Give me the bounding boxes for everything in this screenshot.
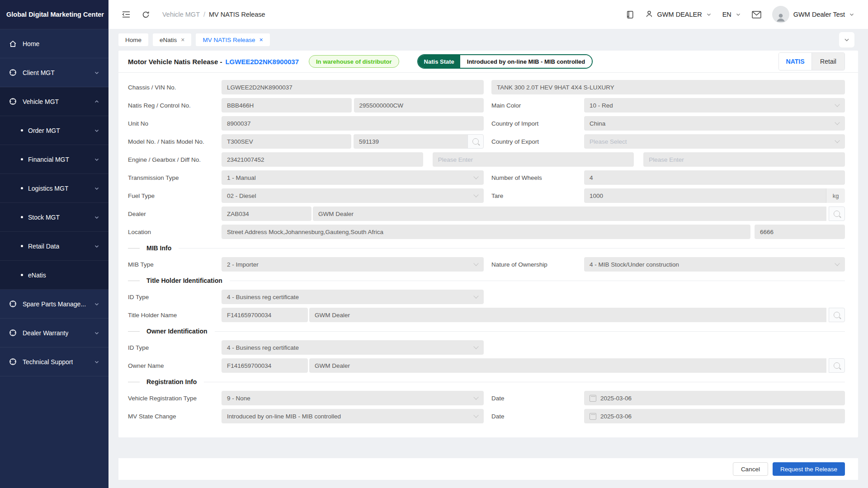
nature-of-ownership-select[interactable]: 4 - MIB Stock/Under construction — [584, 257, 845, 272]
app-title: Global Digital Marketing Center — [0, 0, 108, 29]
dealer-code-input[interactable]: ZAB034 — [222, 206, 311, 221]
search-icon — [834, 211, 840, 217]
number-of-wheels-input[interactable]: 4 — [584, 170, 845, 185]
sidebar-item-enatis[interactable]: eNatis — [0, 261, 108, 290]
tare-input[interactable]: 1000 — [584, 188, 826, 203]
fuel-type-select[interactable]: 02 - Diesel — [222, 188, 484, 203]
registration-date-input[interactable]: 2025-03-06 — [584, 391, 845, 405]
title-holder-id-input[interactable]: F141659700034 — [222, 308, 308, 322]
country-of-export-select[interactable]: Please Select — [584, 134, 845, 149]
field-label: Nature of Ownership — [491, 261, 584, 268]
natis-reg-input[interactable]: BBB466H — [222, 98, 352, 113]
chevron-down-icon — [94, 128, 99, 133]
tab-enatis[interactable]: eNatis × — [153, 33, 191, 46]
sidebar-item-logistics-mgt[interactable]: Logistics MGT — [0, 174, 108, 203]
collapse-panel-button[interactable] — [839, 32, 854, 47]
sidebar-item-vehicle-mgt[interactable]: Vehicle MGT — [0, 87, 108, 116]
refresh-icon[interactable] — [142, 11, 150, 19]
dealer-search-button[interactable] — [829, 206, 845, 221]
mail-icon[interactable] — [752, 11, 761, 19]
field-label: Unit No — [128, 120, 222, 127]
model-search-button[interactable] — [467, 134, 484, 149]
mib-type-select[interactable]: 2 - Importer — [222, 257, 484, 272]
field-label: MIB Type — [128, 261, 222, 268]
form-row-chassis: Chassis / VIN No. LGWEE2D2NK8900037 TANK… — [128, 78, 845, 96]
sidebar-item-stock-mgt[interactable]: Stock MGT — [0, 203, 108, 232]
title-holder-name-input[interactable]: GWM Dealer — [309, 308, 826, 322]
sidebar-item-technical-support[interactable]: Technical Support — [0, 347, 108, 376]
sidebar-item-dealer-warranty[interactable]: Dealer Warranty — [0, 319, 108, 347]
owner-name-input[interactable]: GWM Dealer — [309, 358, 826, 373]
control-no-input[interactable]: 2955000000CW — [354, 98, 484, 113]
main-color-select[interactable]: 10 - Red — [584, 98, 845, 113]
avatar — [772, 6, 789, 23]
owner-id-type-select[interactable]: 4 - Business reg certificate — [222, 340, 484, 355]
owner-search-button[interactable] — [829, 358, 845, 373]
transmission-type-select[interactable]: 1 - Manual — [222, 170, 484, 185]
tab-natis[interactable]: NATIS — [779, 53, 812, 70]
dealer-org-label: GWM DEALER — [657, 11, 702, 18]
form-row-mv-state: MV State Change Introduced by on-line MI… — [128, 407, 845, 425]
page-title-vin[interactable]: LGWEE2D2NK8900037 — [225, 58, 299, 66]
dealer-org-selector[interactable]: GWM DEALER — [645, 10, 712, 19]
tab-label: MV NATIS Release — [203, 37, 255, 43]
sidebar-item-financial-mgt[interactable]: Financial MGT — [0, 145, 108, 174]
manual-book-icon[interactable] — [626, 10, 634, 19]
field-label: Chassis / VIN No. — [128, 84, 222, 91]
language-label: EN — [722, 11, 731, 18]
search-icon — [834, 362, 840, 369]
tab-retail[interactable]: Retail — [812, 53, 844, 70]
sidebar-item-retail-data[interactable]: Retail Data — [0, 232, 108, 261]
form-row-dealer: Dealer ZAB034 GWM Dealer — [128, 205, 845, 223]
chevron-down-icon — [94, 330, 99, 336]
close-icon[interactable]: × — [181, 37, 184, 43]
mv-state-date-input[interactable]: 2025-03-06 — [584, 409, 845, 423]
field-label: Vehicle Registration Type — [128, 395, 222, 402]
breadcrumb-section[interactable]: Vehicle MGT — [162, 11, 200, 18]
cancel-button[interactable]: Cancel — [733, 462, 768, 476]
sidebar-item-client-mgt[interactable]: Client MGT — [0, 58, 108, 87]
form-row-ow-id-type: ID Type 4 - Business reg certificate — [128, 338, 845, 357]
title-holder-id-type-select[interactable]: 4 - Business reg certificate — [222, 290, 484, 304]
dealer-name-input[interactable]: GWM Dealer — [313, 206, 826, 221]
field-label: Engine / Gearbox / Diff No. — [128, 156, 222, 163]
card-title-row: Motor Vehicle Natis Release - LGWEE2D2NK… — [118, 51, 858, 73]
page-title: Motor Vehicle Natis Release - — [128, 58, 222, 66]
section-title-holder: Title Holder Identification — [128, 273, 845, 288]
chevron-down-icon — [844, 37, 850, 43]
calendar-icon — [590, 395, 596, 402]
language-selector[interactable]: EN — [722, 11, 741, 18]
tab-mv-natis-release[interactable]: MV NATIS Release × — [196, 33, 269, 46]
field-label: Tare — [491, 192, 584, 199]
country-of-import-select[interactable]: China — [584, 116, 845, 131]
form-row-model-no: Model No. / Natis Model No. T300SEV 5911… — [128, 132, 845, 150]
location-address-input[interactable]: Street Address Mock,Johannesburg,Gauteng… — [222, 225, 750, 239]
unit-no-input[interactable]: 8900037 — [222, 116, 484, 131]
close-icon[interactable]: × — [259, 37, 263, 43]
owner-id-input[interactable]: F141659700034 — [222, 358, 308, 373]
field-label: MV State Change — [128, 413, 222, 420]
engine-no-input[interactable]: 23421007452 — [222, 152, 423, 167]
request-release-button[interactable]: Request the Release — [773, 462, 845, 476]
title-holder-search-button[interactable] — [829, 308, 845, 322]
location-code-input[interactable]: 6666 — [755, 225, 845, 239]
mv-state-change-select[interactable]: Introduced by on-line MIB - MIB controll… — [222, 409, 484, 423]
diff-no-input[interactable]: Please Enter — [643, 152, 845, 167]
tab-home[interactable]: Home — [118, 33, 148, 46]
menu-fold-icon[interactable] — [122, 11, 130, 18]
person-icon — [645, 10, 653, 19]
sidebar-item-spare-parts[interactable]: Spare Parts Manage... — [0, 290, 108, 319]
action-footer: Cancel Request the Release — [118, 458, 858, 480]
sidebar-item-order-mgt[interactable]: Order MGT — [0, 116, 108, 145]
natis-model-no-input[interactable]: 591139 — [354, 134, 467, 149]
model-description-input[interactable]: TANK 300 2.0T HEV 9HAT 4X4 S-LUXURY — [491, 80, 845, 94]
model-no-input[interactable]: T300SEV — [222, 134, 351, 149]
bullet-icon — [21, 216, 23, 218]
vehicle-registration-type-select[interactable]: 9 - None — [222, 391, 484, 405]
sidebar-item-label: Order MGT — [28, 127, 60, 134]
sidebar-item-home[interactable]: Home — [0, 29, 108, 58]
user-menu[interactable]: GWM Dealer Test — [772, 6, 854, 23]
gearbox-no-input[interactable]: Please Enter — [433, 152, 634, 167]
chassis-vin-input[interactable]: LGWEE2D2NK8900037 — [222, 80, 484, 94]
sidebar-item-label: Technical Support — [23, 358, 73, 366]
